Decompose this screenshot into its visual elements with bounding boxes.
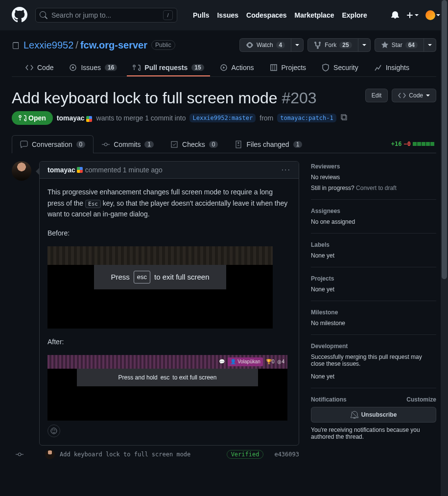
target-stat: ◎4 xyxy=(277,358,284,366)
nav-pulls[interactable]: Pulls xyxy=(193,11,209,19)
notifications-icon[interactable] xyxy=(391,11,399,20)
label-after: After: xyxy=(47,336,291,347)
create-new-menu[interactable] xyxy=(406,11,419,19)
pr-author[interactable]: tomayac xyxy=(57,114,85,122)
milestone-none: No milestone xyxy=(311,320,436,327)
volapukan-badge: 👤 Volapükan xyxy=(228,357,263,366)
github-logo[interactable] xyxy=(12,7,27,24)
tab-projects[interactable]: Projects xyxy=(264,60,312,76)
screenshot-after[interactable]: 💬 👤 Volapükan 🏆0 ◎4 Press and holdescto … xyxy=(47,355,287,421)
svg-point-18 xyxy=(54,429,55,430)
search-icon xyxy=(40,11,47,19)
star-count: 64 xyxy=(405,42,418,48)
avatar xyxy=(425,10,435,20)
labels-title[interactable]: Labels xyxy=(311,241,436,248)
nav-codespaces[interactable]: Codespaces xyxy=(246,11,286,19)
eye-icon xyxy=(246,41,254,49)
tab-code[interactable]: Code xyxy=(20,60,59,76)
tab-conversation[interactable]: Conversation0 xyxy=(12,135,94,153)
svg-rect-11 xyxy=(171,142,177,147)
reviewers-title[interactable]: Reviewers xyxy=(311,163,436,170)
visibility-badge: Public xyxy=(151,40,175,50)
notifications-title: Notifications xyxy=(311,396,347,403)
svg-point-17 xyxy=(52,429,53,430)
user-menu[interactable] xyxy=(425,10,440,20)
commit-sha[interactable]: e436093 xyxy=(274,451,299,458)
convert-to-draft[interactable]: Convert to draft xyxy=(356,185,397,191)
issues-count: 16 xyxy=(105,64,117,71)
edit-button[interactable]: Edit xyxy=(365,89,388,102)
global-search[interactable]: Search or jump to... / xyxy=(35,8,177,23)
commit-author-avatar[interactable] xyxy=(45,449,55,459)
copy-branch-icon[interactable] xyxy=(340,114,348,123)
repo-name-link[interactable]: fcw.org-server xyxy=(80,40,147,50)
fork-button[interactable]: Fork 25 xyxy=(307,38,358,52)
google-badge-icon xyxy=(86,116,92,122)
nav-issues[interactable]: Issues xyxy=(217,11,238,19)
trophy-stat: 🏆0 xyxy=(266,358,275,366)
code-icon xyxy=(25,64,33,71)
assignees-title[interactable]: Assignees xyxy=(311,208,436,214)
fork-menu[interactable] xyxy=(358,38,371,52)
google-badge-icon xyxy=(77,167,83,173)
path-sep: / xyxy=(75,40,78,50)
fork-icon xyxy=(314,41,322,49)
nav-explore[interactable]: Explore xyxy=(342,11,367,19)
watch-menu[interactable] xyxy=(291,38,304,52)
base-branch[interactable]: Lexxie9952:master xyxy=(189,114,256,122)
head-branch[interactable]: tomayac:patch-1 xyxy=(277,114,336,122)
comment-author[interactable]: tomayac xyxy=(47,166,75,174)
tab-commits[interactable]: Commits1 xyxy=(94,135,162,153)
svg-point-19 xyxy=(18,453,21,456)
tab-files-changed[interactable]: Files changed1 xyxy=(226,135,310,153)
tab-actions[interactable]: Actions xyxy=(214,60,260,76)
development-none: None yet xyxy=(311,373,436,380)
commit-message[interactable]: Add keyboard lock to full screen mode xyxy=(60,451,190,458)
tab-insights[interactable]: Insights xyxy=(368,60,415,76)
repo-icon xyxy=(12,42,20,50)
screenshot-before[interactable]: Pressescto exit full screen xyxy=(47,246,273,329)
svg-point-1 xyxy=(72,67,74,69)
svg-point-16 xyxy=(51,428,57,434)
diffstat: +16 −0 xyxy=(391,141,436,147)
pr-state-open: Open xyxy=(12,111,53,125)
svg-point-8 xyxy=(104,143,107,146)
projects-title[interactable]: Projects xyxy=(311,275,436,282)
labels-none: None yet xyxy=(311,252,436,259)
shield-icon xyxy=(322,64,330,71)
comment-author-avatar[interactable] xyxy=(12,161,31,181)
comment-icon xyxy=(20,141,28,148)
nav-marketplace[interactable]: Marketplace xyxy=(295,11,334,19)
pulls-count: 15 xyxy=(191,64,204,71)
unsubscribe-button[interactable]: Unsubscribe xyxy=(311,407,436,423)
tab-checks[interactable]: Checks0 xyxy=(162,135,226,153)
repo-owner-link[interactable]: Lexxie9952 xyxy=(24,40,73,50)
svg-rect-6 xyxy=(342,116,347,120)
tab-security[interactable]: Security xyxy=(316,60,364,76)
star-icon xyxy=(381,41,389,49)
bell-slash-icon xyxy=(351,411,358,419)
tab-pull-requests[interactable]: Pull requests15 xyxy=(127,60,210,76)
customize-notifications[interactable]: Customize xyxy=(406,396,436,403)
code-icon xyxy=(398,92,406,99)
development-title[interactable]: Development xyxy=(311,343,436,350)
star-button[interactable]: Star 64 xyxy=(375,38,424,52)
play-icon xyxy=(220,64,228,71)
scrollbar-thumb[interactable] xyxy=(442,0,447,279)
code-button[interactable]: Code xyxy=(392,89,436,102)
comment-box: tomayac commented 1 minute ago ··· This … xyxy=(39,161,299,446)
comment-menu[interactable]: ··· xyxy=(282,165,291,174)
comment-when: commented 1 minute ago xyxy=(85,166,163,174)
pr-title: Add keyboard lock to full screen mode xyxy=(12,89,278,107)
milestone-title[interactable]: Milestone xyxy=(311,309,436,316)
add-reaction-button[interactable] xyxy=(47,425,60,437)
star-menu[interactable] xyxy=(424,38,436,52)
tab-issues[interactable]: Issues16 xyxy=(63,60,123,76)
pr-icon xyxy=(133,64,141,71)
checklist-icon xyxy=(170,141,178,148)
verified-badge[interactable]: Verified xyxy=(227,450,264,459)
scrollbar[interactable] xyxy=(441,0,448,496)
watch-button[interactable]: Watch 4 xyxy=(239,38,291,52)
pr-icon xyxy=(19,114,26,122)
commit-event: Add keyboard lock to full screen mode Ve… xyxy=(16,446,299,459)
